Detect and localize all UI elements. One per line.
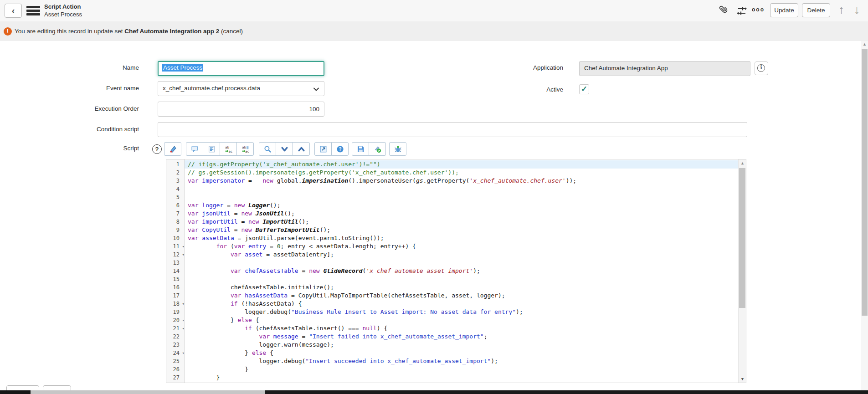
chevron-down-icon [313, 86, 319, 92]
code-line[interactable]: 7var jsonUtil = new JsonUtil(); [166, 210, 738, 218]
replace-button[interactable]: abac [220, 142, 237, 156]
code-text: logger.warn(message); [185, 341, 738, 349]
replace-all-icon: abac [241, 145, 249, 153]
help-button[interactable]: ? [331, 142, 349, 156]
page-scrollbar[interactable]: ▲ [861, 41, 868, 394]
horizontal-scrollbar-corner [0, 390, 31, 394]
code-line[interactable]: 19 logger.debug("Business Rule Insert to… [166, 308, 738, 316]
format-code-icon [208, 145, 216, 153]
execution-order-input[interactable] [158, 102, 324, 117]
scroll-up-icon[interactable]: ▲ [739, 161, 746, 165]
replace-all-button[interactable]: abac [236, 142, 254, 156]
code-line[interactable]: 13 [166, 259, 738, 267]
search-button[interactable] [259, 142, 276, 156]
page-scrollbar-thumb[interactable] [862, 49, 868, 316]
fold-toggle-icon[interactable]: ▾ [182, 316, 185, 324]
code-line[interactable]: 17 var hasAssetData = CopyUtil.MapToImpo… [166, 292, 738, 300]
code-line[interactable]: 6var logger = new Logger(); [166, 201, 738, 210]
svg-text:?: ? [339, 147, 341, 152]
find-next-button[interactable] [276, 142, 293, 156]
code-line[interactable]: 20▾ } else { [166, 316, 738, 324]
attachment-icon[interactable] [716, 5, 729, 17]
name-input[interactable]: Asset Process [158, 61, 324, 76]
update-set-message-prefix: You are editing this record in update se… [15, 28, 124, 35]
toggle-comment-button[interactable] [186, 142, 203, 156]
code-text: } [185, 374, 738, 382]
code-text: var asset = assetData[entry]; [185, 251, 738, 259]
code-text: var impersonator = new global.impersinat… [185, 177, 738, 185]
code-line[interactable]: 8var importUtil = new ImportUtil(); [166, 218, 738, 226]
editor-scrollbar-thumb[interactable] [739, 168, 745, 308]
code-line[interactable]: 2// gs.getSession().impersonate(gs.getPr… [166, 169, 738, 177]
code-line[interactable]: 9var CopyUtil = new BufferToImportUtil()… [166, 226, 738, 234]
back-button[interactable]: ‹ [5, 4, 22, 18]
event-name-select[interactable]: x_chef_automate.chef.process.data [158, 81, 324, 96]
code-text [185, 185, 738, 193]
editor-scrollbar[interactable]: ▲ ▼ [738, 159, 746, 383]
context-menu-icon[interactable] [26, 6, 40, 16]
next-record-icon[interactable]: ↓ [854, 3, 860, 17]
fold-toggle-icon[interactable]: ▾ [182, 300, 185, 308]
previous-record-icon[interactable]: ↑ [838, 3, 844, 17]
scroll-down-icon[interactable]: ▼ [739, 377, 746, 381]
debug-button[interactable] [389, 142, 406, 156]
code-text: } [185, 365, 738, 374]
code-line[interactable]: 16 chefAssetsTable.initialize(); [166, 283, 738, 292]
code-line[interactable]: 21▾ if (chefAssetsTable.insert() === nul… [166, 324, 738, 333]
field-help-icon[interactable]: ? [152, 144, 162, 154]
fold-toggle-icon[interactable]: ▾ [182, 242, 185, 251]
horizontal-scrollbar-track[interactable] [265, 390, 868, 394]
cancel-update-set-link[interactable]: (cancel) [221, 28, 243, 35]
code-line[interactable]: 11▾ for (var entry = 0; entry < assetDat… [166, 242, 738, 251]
code-line[interactable]: 12▾ var asset = assetData[entry]; [166, 251, 738, 259]
format-code-button[interactable] [203, 142, 220, 156]
code-line[interactable]: 25 logger.debug("Insert succeeded into x… [166, 357, 738, 365]
code-line[interactable]: 10var assetData = jsonUtil.parse(event.p… [166, 234, 738, 242]
code-line[interactable]: 27 } [166, 374, 738, 382]
fold-toggle-icon[interactable]: ▾ [182, 324, 185, 333]
code-line[interactable]: 18▾ if (!hasAssetData) { [166, 300, 738, 308]
toolbar-group [389, 142, 406, 156]
page-scroll-up-icon[interactable]: ▲ [861, 42, 868, 46]
code-line[interactable]: 14 var chefAssetsTable = new GlideRecord… [166, 267, 738, 275]
code-text: // if(gs.getProperty('x_chef_automate.ch… [185, 160, 738, 169]
condition-script-input[interactable] [158, 122, 747, 137]
save-button[interactable] [352, 142, 369, 156]
replace-icon: abac [225, 145, 232, 153]
code-line[interactable]: 23 logger.warn(message); [166, 341, 738, 349]
line-number: 17 [166, 292, 185, 300]
update-button[interactable]: Update [770, 3, 798, 17]
script-action-page: ‹ Script Action Asset Process ooo Update… [0, 0, 868, 394]
find-previous-button[interactable] [293, 142, 310, 156]
code-line[interactable]: 22 var message = "Insert failed into x_c… [166, 333, 738, 341]
code-line[interactable]: 26 } [166, 365, 738, 374]
toggle-comment-icon [191, 145, 199, 153]
line-number: 15 [166, 275, 185, 283]
horizontal-scrollbar-thumb[interactable] [31, 390, 265, 394]
update-set-banner: ! You are editing this record in update … [0, 22, 868, 41]
toolbar-group: abacabac [186, 142, 254, 156]
script-editor[interactable]: 1// if(gs.getProperty('x_chef_automate.c… [166, 159, 746, 383]
code-line[interactable]: 15 [166, 275, 738, 283]
active-checkbox[interactable]: ✓ [579, 84, 589, 94]
syntax-valid-button[interactable] [369, 142, 386, 156]
personalize-form-icon[interactable] [735, 5, 748, 17]
application-value: Chef Automate Integration App [584, 65, 668, 72]
application-field: Chef Automate Integration App [579, 61, 750, 76]
application-info-button[interactable]: i [755, 61, 768, 75]
code-line[interactable]: 1// if(gs.getProperty('x_chef_automate.c… [166, 160, 738, 169]
code-area[interactable]: 1// if(gs.getProperty('x_chef_automate.c… [166, 160, 738, 382]
fold-toggle-icon[interactable]: ▾ [182, 251, 185, 259]
code-text: var message = "Insert failed into x_chef… [185, 333, 738, 341]
syntax-check-button[interactable] [164, 142, 181, 156]
code-line[interactable]: 3var impersonator = new global.impersina… [166, 177, 738, 185]
more-options-icon[interactable]: ooo [752, 6, 770, 13]
svg-text:ac: ac [245, 149, 249, 153]
code-line[interactable]: 5 [166, 193, 738, 201]
code-line[interactable]: 24▾ } else { [166, 349, 738, 357]
open-window-button[interactable] [314, 142, 332, 156]
code-text: var chefAssetsTable = new GlideRecord('x… [185, 267, 738, 275]
delete-button[interactable]: Delete [802, 3, 830, 17]
code-line[interactable]: 4 [166, 185, 738, 193]
fold-toggle-icon[interactable]: ▾ [182, 349, 185, 357]
